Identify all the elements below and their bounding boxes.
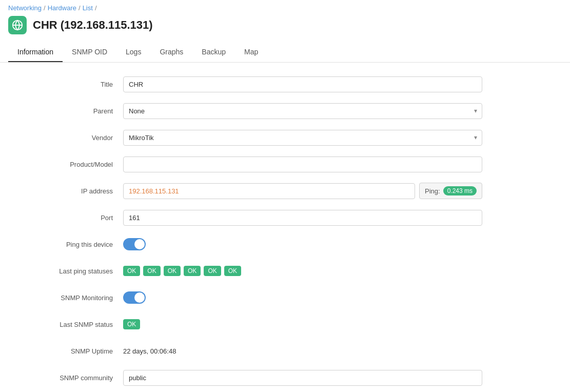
title-control — [123, 76, 482, 92]
breadcrumb-list[interactable]: List — [83, 4, 93, 12]
title-input[interactable] — [123, 76, 482, 92]
snmp-monitoring-row: SNMP Monitoring — [21, 288, 549, 307]
parent-select[interactable]: None — [123, 103, 482, 119]
ping-badge: Ping: 0.243 ms — [419, 183, 482, 199]
last-ping-control: OK OK OK OK OK OK — [123, 266, 482, 276]
product-row: Product/Model — [21, 155, 549, 173]
snmp-uptime-control: 22 days, 00:06:48 — [123, 347, 482, 355]
parent-control: None ▾ — [123, 103, 482, 119]
tab-graphs[interactable]: Graphs — [150, 43, 192, 62]
breadcrumb-networking[interactable]: Networking — [8, 4, 42, 12]
title-row: Title — [21, 75, 549, 93]
tab-information[interactable]: Information — [8, 43, 63, 62]
snmp-monitoring-toggle[interactable] — [123, 291, 146, 304]
tab-snmp-oid[interactable]: SNMP OID — [63, 43, 116, 62]
ip-label: IP address — [21, 187, 123, 195]
snmp-uptime-row: SNMP Uptime 22 days, 00:06:48 — [21, 342, 549, 360]
vendor-label: Vendor — [21, 134, 123, 142]
last-snmp-control: OK — [123, 319, 482, 329]
ping-value: 0.243 ms — [443, 186, 477, 195]
ping-status-3: OK — [164, 266, 181, 276]
snmp-status-badge: OK — [123, 319, 140, 329]
snmp-uptime-value: 22 days, 00:06:48 — [123, 347, 176, 355]
product-label: Product/Model — [21, 161, 123, 168]
breadcrumb: Networking / Hardware / List / — [8, 4, 562, 12]
vendor-row: Vendor MikroTik ▾ — [21, 128, 549, 147]
snmp-community-label: SNMP community — [21, 374, 123, 382]
ip-control: Ping: 0.243 ms — [123, 183, 482, 199]
ping-status-4: OK — [184, 266, 201, 276]
ping-status-6: OK — [224, 266, 241, 276]
snmp-monitoring-label: SNMP Monitoring — [21, 294, 123, 302]
page-icon — [8, 16, 27, 34]
ip-row: IP address Ping: 0.243 ms — [21, 182, 549, 200]
vendor-select[interactable]: MikroTik — [123, 130, 482, 146]
tabs-container: Information SNMP OID Logs Graphs Backup … — [8, 43, 562, 62]
snmp-community-input[interactable] — [123, 370, 482, 386]
ping-device-row: Ping this device — [21, 235, 549, 253]
page-title: CHR (192.168.115.131) — [33, 18, 153, 32]
page-header: CHR (192.168.115.131) — [8, 14, 562, 41]
content-area: Title Parent None ▾ Vendor MikroTik ▾ — [0, 63, 570, 392]
vendor-control: MikroTik ▾ — [123, 130, 482, 146]
ping-label: Ping: — [425, 187, 440, 195]
ping-statuses: OK OK OK OK OK OK — [123, 266, 482, 276]
parent-row: Parent None ▾ — [21, 102, 549, 120]
port-input[interactable] — [123, 210, 482, 226]
last-snmp-row: Last SNMP status OK — [21, 315, 549, 334]
ping-status-5: OK — [204, 266, 221, 276]
tab-logs[interactable]: Logs — [116, 43, 150, 62]
parent-select-wrapper: None ▾ — [123, 103, 482, 119]
snmp-community-row: SNMP community — [21, 368, 549, 387]
last-ping-label: Last ping statuses — [21, 267, 123, 275]
product-control — [123, 156, 482, 172]
parent-label: Parent — [21, 107, 123, 115]
vendor-select-wrapper: MikroTik ▾ — [123, 130, 482, 146]
last-snmp-label: Last SNMP status — [21, 321, 123, 328]
breadcrumb-hardware[interactable]: Hardware — [48, 4, 76, 12]
port-row: Port — [21, 208, 549, 227]
ping-status-2: OK — [143, 266, 160, 276]
snmp-uptime-label: SNMP Uptime — [21, 347, 123, 355]
snmp-monitoring-control — [123, 291, 482, 304]
product-input[interactable] — [123, 156, 482, 172]
ping-device-label: Ping this device — [21, 241, 123, 248]
snmp-community-control — [123, 370, 482, 386]
ip-input[interactable] — [123, 183, 415, 199]
last-ping-row: Last ping statuses OK OK OK OK OK OK — [21, 262, 549, 280]
ping-device-toggle[interactable] — [123, 238, 146, 250]
tab-map[interactable]: Map — [235, 43, 267, 62]
app-header: Networking / Hardware / List / CHR (192.… — [0, 0, 570, 63]
title-label: Title — [21, 81, 123, 88]
ping-device-control — [123, 238, 482, 250]
port-control — [123, 210, 482, 226]
ping-status-1: OK — [123, 266, 140, 276]
tab-backup[interactable]: Backup — [192, 43, 235, 62]
port-label: Port — [21, 214, 123, 222]
